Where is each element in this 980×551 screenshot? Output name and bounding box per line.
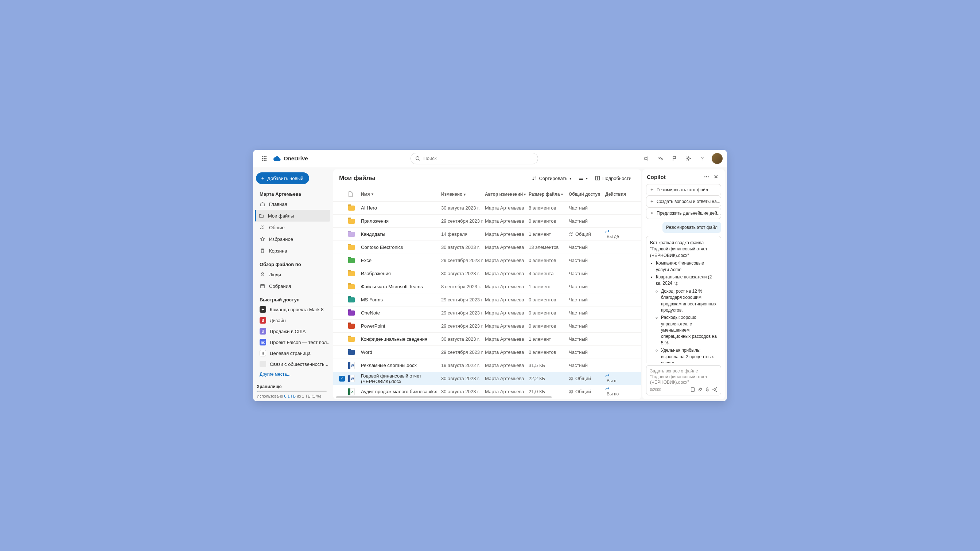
sidebar-item-my-files[interactable]: Мои файлы (255, 210, 330, 222)
file-size: 4 элемента (529, 271, 569, 276)
list-view-icon (579, 176, 584, 181)
table-row[interactable]: Word 29 сентября 2023 г. Марта Артемьева… (333, 346, 641, 359)
sidebar-item-recycle[interactable]: Корзина (256, 245, 330, 257)
brand[interactable]: OneDrive (274, 155, 308, 162)
copilot-suggestion[interactable]: ✦Предложить дальнейшие дей... (646, 207, 721, 219)
svg-rect-9 (596, 176, 597, 180)
sidebar-item-people[interactable]: Люди (256, 268, 330, 280)
table-row[interactable]: ✓ W Годовой финансовый отчет (ЧЕРНОВИК).… (333, 372, 641, 385)
col-author[interactable]: Автор изменений ▾ (485, 192, 529, 197)
add-new-button[interactable]: ＋ Добавить новый (256, 172, 309, 184)
svg-rect-17 (691, 388, 695, 392)
table-row[interactable]: MS Forms 29 сентября 2023 г. Марта Артем… (333, 293, 641, 306)
copilot-input-placeholder: Задать вопрос о файле "Годовой финансовы… (650, 368, 717, 386)
quick-access-badge: В (259, 317, 266, 324)
avatar[interactable] (712, 153, 722, 164)
file-author: Марта Артемьева (485, 297, 529, 302)
sort-button[interactable]: Сортировать ▾ (528, 172, 575, 184)
sort-icon (531, 176, 537, 181)
onedrive-cloud-icon (274, 156, 281, 161)
folder-icon (348, 205, 355, 211)
send-icon[interactable] (712, 387, 717, 392)
file-size: 0 элементов (529, 258, 569, 263)
table-header: Имя ▾ Изменено ▾ Автор изменений ▾ Разме… (333, 187, 641, 202)
file-sharing: Частный (569, 218, 605, 224)
gear-icon[interactable] (682, 153, 694, 164)
file-author: Марта Артемьева (485, 310, 529, 316)
attach-icon[interactable] (697, 387, 703, 392)
file-author: Марта Артемьева (485, 389, 529, 394)
table-row[interactable]: PowerPoint 29 сентября 2023 г. Марта Арт… (333, 319, 641, 333)
search-box[interactable] (410, 153, 538, 164)
sidebar-item-shared[interactable]: Общие (256, 222, 330, 233)
quick-access-item[interactable]: ncПроект Falcon — тест пол... (256, 337, 330, 348)
table-row[interactable]: Приложения 29 сентября 2023 г. Марта Арт… (333, 214, 641, 228)
table-row[interactable]: W Рекламные слоганы.docx 19 августа 2022… (333, 359, 641, 372)
table-row[interactable]: AI Hero 30 августа 2023 г. Марта Артемье… (333, 202, 641, 214)
col-actions[interactable]: Действия (605, 192, 638, 197)
sidebar-item-meetings[interactable]: Собрания (256, 280, 330, 292)
quick-access-item[interactable]: UПродажи в США (256, 326, 330, 337)
quick-access-badge: U (259, 328, 266, 335)
folder-icon (348, 232, 355, 237)
file-name: Годовой финансовый отчет (ЧЕРНОВИК).docx (361, 373, 441, 384)
file-author: Марта Артемьева (485, 258, 529, 263)
shared-icon (569, 389, 574, 394)
quick-access-item[interactable]: ВДизайн (256, 315, 330, 326)
svg-point-2 (659, 157, 660, 159)
file-modified: 29 сентября 2023 г. (441, 297, 485, 302)
copilot-suggestion[interactable]: ✦Создать вопросы и ответы на... (646, 196, 721, 207)
table-row[interactable]: Contoso Electronics 30 августа 2023 г. М… (333, 241, 641, 254)
row-checkbox[interactable]: ✓ (339, 376, 345, 381)
svg-point-14 (572, 377, 573, 378)
file-sharing: Частный (569, 258, 605, 263)
quick-access-item[interactable]: Связи с общественность... (256, 359, 330, 370)
mic-icon[interactable] (705, 387, 710, 392)
details-button[interactable]: Подробности (591, 172, 635, 184)
table-row[interactable]: Файлы чата Microsoft Teams 8 сентября 20… (333, 280, 641, 293)
col-modified[interactable]: Изменено ▾ (441, 192, 485, 197)
permissions-icon[interactable] (655, 153, 667, 164)
sidebar-item-home[interactable]: Главная (256, 198, 330, 210)
more-icon[interactable]: ⋯ (702, 172, 711, 181)
megaphone-icon[interactable] (641, 153, 652, 164)
help-icon[interactable]: ? (696, 153, 708, 164)
copilot-suggestion[interactable]: ✦Резюмировать этот файл (646, 184, 721, 196)
flag-icon[interactable] (669, 153, 680, 164)
share-activity-icon[interactable] (605, 374, 638, 378)
folder-icon (348, 324, 355, 329)
table-row[interactable]: OneNote 29 сентября 2023 г. Марта Артемь… (333, 306, 641, 319)
share-activity-icon[interactable] (605, 230, 638, 234)
file-sharing: Частный (569, 297, 605, 302)
quick-access-item[interactable]: HЦелевая страница (256, 348, 330, 359)
search-input[interactable] (423, 156, 533, 161)
file-author: Марта Артемьева (485, 376, 529, 381)
copilot-input-container[interactable]: Задать вопрос о файле "Годовой финансовы… (646, 365, 721, 395)
sidebar-item-favorites[interactable]: Избранное (256, 233, 330, 245)
other-places-link[interactable]: Другие места... (256, 370, 330, 379)
svg-point-15 (570, 390, 571, 391)
people-icon (259, 224, 266, 230)
table-row[interactable]: Кандидаты 14 февраля Марта Артемьева 1 э… (333, 228, 641, 241)
col-type-icon[interactable] (348, 191, 361, 197)
table-row[interactable]: X Аудит продаж малого бизнеса.xlsx 30 ав… (333, 385, 641, 396)
app-launcher-icon[interactable] (258, 152, 270, 165)
quick-access-badge: nc (259, 339, 266, 345)
chevron-down-icon: ▾ (524, 192, 526, 197)
table-row[interactable]: Изображения 30 августа 2023 г. Марта Арт… (333, 267, 641, 280)
table-row[interactable]: Конфиденциальные сведения 30 августа 202… (333, 333, 641, 346)
col-sharing[interactable]: Общий доступ (569, 192, 605, 197)
file-activity: Вы по (605, 387, 638, 397)
col-size[interactable]: Размер файла ▾ (529, 192, 569, 197)
file-name: Contoso Electronics (361, 245, 441, 250)
table-row[interactable]: Excel 29 сентября 2023 г. Марта Артемьев… (333, 254, 641, 267)
horizontal-scrollbar[interactable] (336, 396, 552, 398)
note-icon[interactable] (690, 387, 695, 392)
file-activity: Вы де (605, 230, 638, 239)
svg-rect-18 (706, 388, 708, 390)
col-name[interactable]: Имя ▾ (361, 192, 441, 197)
close-icon[interactable]: ✕ (712, 172, 721, 181)
quick-access-item[interactable]: ✦Команда проекта Mark 8 (256, 304, 330, 315)
share-activity-icon[interactable] (605, 387, 638, 391)
view-button[interactable]: ▾ (575, 172, 591, 184)
